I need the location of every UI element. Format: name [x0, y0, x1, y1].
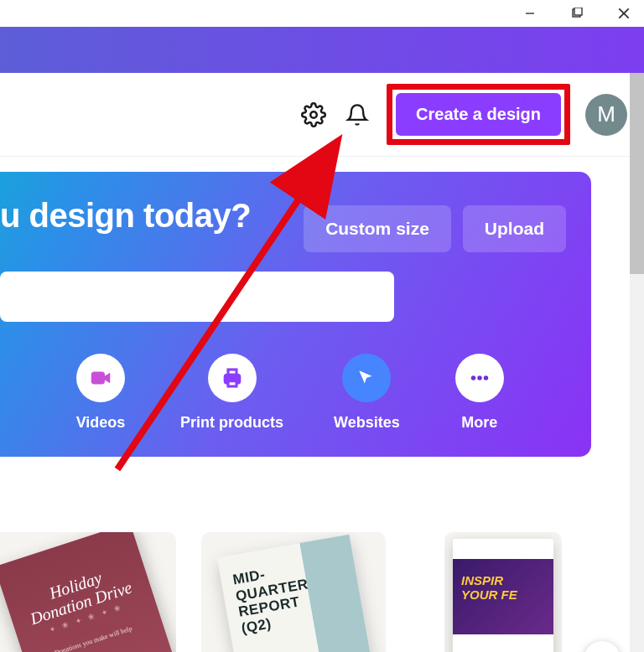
category-websites[interactable]: Websites [334, 354, 400, 432]
svg-rect-9 [228, 381, 236, 386]
video-icon [76, 354, 125, 402]
window-titlebar [0, 0, 644, 27]
main-content: u design today? Custom size Upload ia Vi… [0, 157, 644, 652]
top-banner [0, 27, 644, 73]
template-preview: MID- QUARTER REPORT (Q2) [217, 535, 378, 652]
vertical-scrollbar[interactable] [630, 73, 644, 652]
notifications-button[interactable] [343, 101, 371, 129]
category-videos[interactable]: Videos [71, 354, 130, 432]
category-label: Videos [76, 414, 126, 432]
template-preview: HolidayDonation Drive ✦ ❀ ✦ ❀ ✦ ❀ Donati… [0, 532, 176, 652]
upload-button[interactable]: Upload [463, 205, 566, 252]
svg-point-11 [477, 375, 482, 380]
print-icon [208, 354, 257, 402]
category-print-products[interactable]: Print products [180, 354, 283, 432]
template-card-inspire[interactable]: INSPIRYOUR FE [444, 532, 562, 652]
category-label: Print products [180, 414, 283, 432]
template-preview: INSPIRYOUR FE [453, 539, 553, 652]
bell-icon [345, 103, 369, 127]
scrollbar-thumb[interactable] [630, 73, 644, 274]
template-card-report[interactable]: MID- QUARTER REPORT (Q2) [201, 532, 386, 652]
category-social-media[interactable]: ia [0, 354, 21, 432]
svg-rect-2 [574, 8, 582, 15]
svg-point-5 [310, 111, 317, 118]
app-header: Create a design M [0, 73, 644, 157]
user-avatar[interactable]: M [585, 94, 627, 136]
category-row: ia Videos Print products Websites [0, 354, 566, 432]
svg-point-12 [483, 375, 488, 380]
close-button[interactable] [612, 2, 636, 25]
create-design-highlight: Create a design [387, 84, 570, 145]
website-icon [342, 354, 391, 402]
category-label: More [461, 414, 497, 432]
templates-row: HolidayDonation Drive ✦ ❀ ✦ ❀ ✦ ❀ Donati… [0, 532, 644, 652]
category-label: Websites [334, 414, 400, 432]
settings-button[interactable] [299, 101, 328, 129]
svg-rect-8 [228, 370, 236, 375]
custom-size-button[interactable]: Custom size [304, 205, 451, 252]
hero-panel: u design today? Custom size Upload ia Vi… [0, 172, 591, 457]
search-input[interactable] [0, 272, 394, 322]
svg-rect-6 [91, 372, 105, 385]
hero-actions: Custom size Upload [304, 205, 566, 252]
svg-point-10 [470, 375, 475, 380]
gear-icon [301, 102, 326, 127]
more-icon [455, 354, 504, 402]
next-templates-button[interactable] [584, 641, 621, 652]
minimize-button[interactable] [518, 2, 542, 25]
maximize-button[interactable] [565, 2, 589, 25]
create-design-button[interactable]: Create a design [396, 93, 561, 136]
category-more[interactable]: More [450, 354, 509, 432]
template-card-holiday[interactable]: HolidayDonation Drive ✦ ❀ ✦ ❀ ✦ ❀ Donati… [0, 532, 176, 652]
